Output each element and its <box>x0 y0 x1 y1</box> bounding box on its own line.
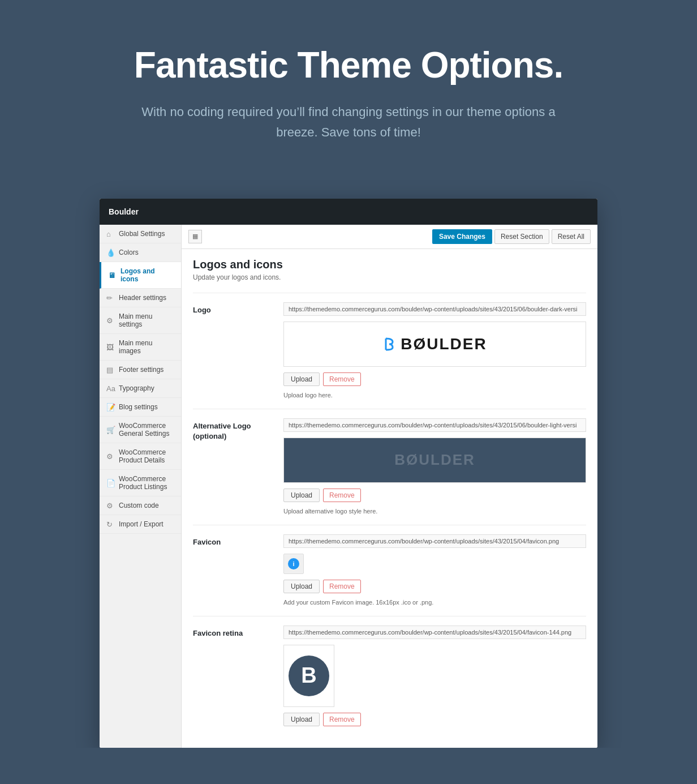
hero-section: Fantastic Theme Options. With no coding … <box>0 0 697 176</box>
sidebar-item-label: Colors <box>119 249 139 256</box>
field-label-col-favicon-retina: Favicon retina <box>193 626 283 730</box>
pen-icon: ✏ <box>106 294 114 302</box>
edit-icon: 📝 <box>106 403 114 411</box>
refresh-icon: ↻ <box>106 520 114 528</box>
sidebar-item-blog-settings[interactable]: 📝 Blog settings <box>100 398 181 417</box>
reset-section-button[interactable]: Reset Section <box>494 229 549 244</box>
sidebar-item-header-settings[interactable]: ✏ Header settings <box>100 289 181 307</box>
main-content: ▦ Save Changes Reset Section Reset All L… <box>182 225 597 748</box>
favicon-preview: i <box>283 554 304 574</box>
field-label-favicon: Favicon <box>193 538 221 546</box>
home-icon: ⌂ <box>106 230 114 238</box>
favicon-remove-button[interactable]: Remove <box>323 580 361 593</box>
sidebar-item-woo-product-details[interactable]: ⚙ WooCommerce Product Details <box>100 443 181 470</box>
sidebar-item-footer-settings[interactable]: ▤ Footer settings <box>100 361 181 379</box>
field-row-logo: Logo BØULDER <box>193 293 586 409</box>
sidebar-item-woo-product-listings[interactable]: 📄 WooCommerce Product Listings <box>100 470 181 496</box>
sidebar-item-label: Footer settings <box>119 366 164 374</box>
field-label-col-logo: Logo <box>193 302 283 400</box>
sidebar-item-woo-general[interactable]: 🛒 WooCommerce General Settings <box>100 417 181 443</box>
alt-logo-text: BØULDER <box>394 451 475 469</box>
field-label-alt-logo: Alternative Logo (optional) <box>193 422 251 440</box>
sidebar-item-import-export[interactable]: ↻ Import / Export <box>100 515 181 534</box>
admin-topbar: Boulder <box>100 199 597 225</box>
details-icon: ⚙ <box>106 452 114 460</box>
alt-logo-url-input[interactable] <box>283 418 586 432</box>
logo-upload-button[interactable]: Upload <box>283 372 320 386</box>
favicon-dot: i <box>288 558 299 569</box>
alt-logo-remove-button[interactable]: Remove <box>323 489 361 502</box>
sidebar-item-colors[interactable]: 💧 Colors <box>100 243 181 262</box>
sidebar-item-label: Typography <box>119 384 154 392</box>
sidebar-item-label: Import / Export <box>119 520 164 528</box>
logo-url-input[interactable] <box>283 302 586 316</box>
sidebar-item-logos-and-icons[interactable]: 🖥 Logos and icons <box>100 262 181 289</box>
sidebar-item-main-menu-images[interactable]: 🖼 Main menu images <box>100 334 181 361</box>
circle-cog-icon: ⚙ <box>106 316 114 324</box>
favicon-buttons: Upload Remove <box>283 580 586 593</box>
section-desc: Update your logos and icons. <box>193 273 586 281</box>
hero-subtitle: With no coding required you’ll find chan… <box>134 102 563 142</box>
favicon-url-input[interactable] <box>283 534 586 548</box>
favicon-hint: Add your custom Favicon image. 16x16px .… <box>283 599 433 606</box>
reset-all-button[interactable]: Reset All <box>552 229 591 244</box>
section-content: Logos and icons Update your logos and ic… <box>182 249 597 748</box>
field-label-logo: Logo <box>193 306 211 314</box>
sidebar-item-global-settings[interactable]: ⌂ Global Settings <box>100 225 181 243</box>
sidebar-item-label: Logos and icons <box>121 267 174 283</box>
logo-buttons: Upload Remove <box>283 372 586 386</box>
field-label-col-alt-logo: Alternative Logo (optional) <box>193 418 283 516</box>
layout-icon: ▤ <box>106 366 114 374</box>
alt-logo-upload-button[interactable]: Upload <box>283 489 320 502</box>
sidebar-item-custom-code[interactable]: ⚙ Custom code <box>100 496 181 515</box>
logo-text: BØULDER <box>401 335 487 353</box>
sidebar-item-label: WooCommerce Product Details <box>119 448 174 464</box>
field-control-favicon-retina: B Upload Remove <box>283 626 586 730</box>
logo-hint: Upload logo here. <box>283 392 333 399</box>
grid-icon: ▦ <box>188 230 202 243</box>
sidebar: ⌂ Global Settings 💧 Colors 🖥 Logos and i… <box>100 225 182 748</box>
field-row-alt-logo: Alternative Logo (optional) BØULDER Uplo… <box>193 409 586 525</box>
logo-remove-button[interactable]: Remove <box>323 372 361 386</box>
field-label-col-favicon: Favicon <box>193 534 283 607</box>
field-row-favicon-retina: Favicon retina B Upload Remove <box>193 616 586 739</box>
sidebar-item-typography[interactable]: Aa Typography <box>100 379 181 398</box>
favicon-retina-remove-button[interactable]: Remove <box>323 713 361 726</box>
image-icon: 🖼 <box>106 343 114 351</box>
favicon-retina-upload-button[interactable]: Upload <box>283 713 320 726</box>
sidebar-item-label: Header settings <box>119 294 166 302</box>
cart-icon: 🛒 <box>106 426 114 434</box>
favicon-retina-buttons: Upload Remove <box>283 713 586 726</box>
sidebar-item-label: WooCommerce General Settings <box>119 422 174 438</box>
favicon-retina-preview: B <box>283 645 334 707</box>
alt-logo-image: BØULDER <box>394 451 475 469</box>
sidebar-item-label: Main menu settings <box>119 312 174 328</box>
field-row-favicon: Favicon i Upload Remove Add your custom … <box>193 525 586 616</box>
monitor-icon: 🖥 <box>108 271 116 279</box>
save-changes-button[interactable]: Save Changes <box>432 229 492 244</box>
sidebar-item-label: Blog settings <box>119 403 158 411</box>
favicon-upload-button[interactable]: Upload <box>283 580 320 593</box>
toolbar-buttons: Save Changes Reset Section Reset All <box>432 229 591 244</box>
field-label-favicon-retina: Favicon retina <box>193 629 243 637</box>
text-icon: Aa <box>106 384 114 392</box>
favicon-retina-icon: B <box>289 656 329 696</box>
section-title: Logos and icons <box>193 258 586 271</box>
field-control-logo: BØULDER Upload Remove Upload logo here. <box>283 302 586 400</box>
gear-icon: ⚙ <box>106 502 114 509</box>
logo-icon-svg <box>382 336 398 352</box>
hero-title: Fantastic Theme Options. <box>23 45 674 85</box>
admin-panel: Boulder ⌂ Global Settings 💧 Colors 🖥 Log… <box>100 199 597 748</box>
logo-dark-image: BØULDER <box>382 335 487 353</box>
sidebar-item-label: Main menu images <box>119 339 174 355</box>
admin-topbar-title: Boulder <box>109 207 139 216</box>
sidebar-item-label: WooCommerce Product Listings <box>119 475 174 491</box>
field-control-alt-logo: BØULDER Upload Remove Upload alternative… <box>283 418 586 516</box>
alt-logo-hint: Upload alternative logo style here. <box>283 508 377 515</box>
favicon-retina-url-input[interactable] <box>283 626 586 639</box>
sidebar-item-main-menu-settings[interactable]: ⚙ Main menu settings <box>100 307 181 334</box>
file-icon: 📄 <box>106 479 114 487</box>
alt-logo-preview: BØULDER <box>283 438 586 483</box>
field-control-favicon: i Upload Remove Add your custom Favicon … <box>283 534 586 607</box>
admin-body: ⌂ Global Settings 💧 Colors 🖥 Logos and i… <box>100 225 597 748</box>
